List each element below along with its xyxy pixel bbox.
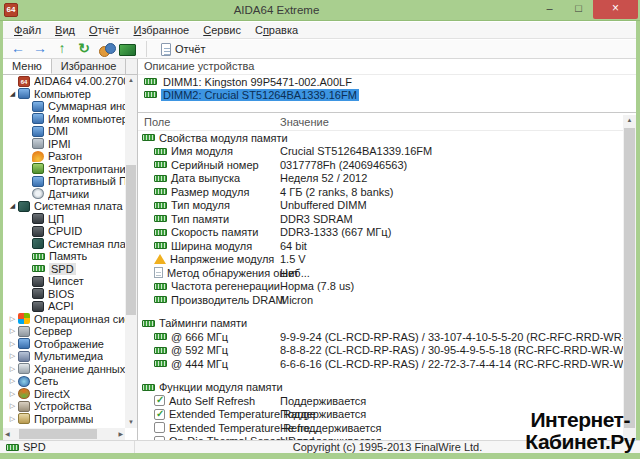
tree-item[interactable]: BIOS xyxy=(3,288,125,301)
tree-item[interactable]: Разгон xyxy=(3,150,125,163)
refresh-icon[interactable]: ↻ xyxy=(75,41,93,57)
tree-item[interactable]: AIDA64 v4.00.2700 xyxy=(3,75,125,88)
tree-item[interactable]: Датчики xyxy=(3,188,125,201)
report-button[interactable]: Отчёт xyxy=(155,42,211,57)
table-section-row[interactable]: Функции модуля памяти xyxy=(138,381,623,395)
tree-vertical-scrollbar[interactable]: ▲ ▼ xyxy=(125,75,137,428)
table-row[interactable]: Имя модуляCrucial ST51264BA1339.16FM xyxy=(138,145,623,159)
menu-item[interactable]: Сервис xyxy=(196,22,248,38)
tree-item[interactable]: DMI xyxy=(3,125,125,138)
server-icon xyxy=(18,326,30,337)
device-row[interactable]: DIMM1: Kingston 99P5471-002.A00LF xyxy=(138,75,636,88)
forward-icon[interactable]: → xyxy=(31,41,49,57)
field-value: Нет xyxy=(280,267,299,279)
tree-item[interactable]: Суммарная инфор xyxy=(3,100,125,113)
table-section-row[interactable]: Тайминги памяти xyxy=(138,317,623,331)
table-row[interactable]: @ 592 МГц8-8-8-22 (CL-RCD-RP-RAS) / 30-9… xyxy=(138,344,623,358)
expander-closed-icon[interactable] xyxy=(7,315,18,323)
field-value: 9-9-9-24 (CL-RCD-RP-RAS) / 33-107-4-10-5… xyxy=(280,331,623,343)
tree-item[interactable]: Устройства xyxy=(3,400,125,413)
tab-favorites[interactable]: Избранное xyxy=(52,59,127,74)
tree-item-label: AIDA64 v4.00.2700 xyxy=(34,75,125,87)
maximize-button[interactable]: □ xyxy=(564,0,593,19)
scroll-left-icon[interactable]: ◀ xyxy=(5,428,10,440)
table-row[interactable]: Auto Self RefreshПоддерживается xyxy=(138,394,623,408)
tree-item[interactable]: Память xyxy=(3,250,125,263)
tree-horizontal-scrollbar[interactable]: ◀ ▶ xyxy=(3,428,125,440)
tree-item[interactable]: Хранение данных xyxy=(3,363,125,376)
table-row[interactable]: @ 666 МГц9-9-9-24 (CL-RCD-RP-RAS) / 33-1… xyxy=(138,330,623,344)
tree-item[interactable]: Электропитание xyxy=(3,163,125,176)
expander-closed-icon[interactable] xyxy=(7,390,18,398)
tree-item[interactable]: Сеть xyxy=(3,375,125,388)
tab-menu[interactable]: Меню xyxy=(3,59,52,74)
table-row[interactable]: Тип модуляUnbuffered DIMM xyxy=(138,199,623,213)
screen-icon[interactable] xyxy=(119,44,136,56)
table-row[interactable]: Частота регенерацииНорма (7.8 us) xyxy=(138,280,623,294)
expander-closed-icon[interactable] xyxy=(7,377,18,385)
scroll-up-icon[interactable]: ▲ xyxy=(125,75,137,86)
tree-scroll-thumb[interactable] xyxy=(126,165,136,315)
tree-item[interactable]: Мультимедиа xyxy=(3,350,125,363)
scroll-up-icon[interactable]: ▲ xyxy=(623,115,636,126)
main-vertical-scrollbar[interactable]: ▲ xyxy=(623,115,636,443)
tree-item[interactable]: Чипсет xyxy=(3,275,125,288)
spd-table: Поле Значение Свойства модуля памятиИмя … xyxy=(138,115,623,443)
ram-icon xyxy=(154,283,167,290)
tree-item[interactable]: Системная плата xyxy=(3,238,125,251)
tree-item[interactable]: CPUID xyxy=(3,225,125,238)
table-row[interactable]: Дата выпускаНеделя 52 / 2012 xyxy=(138,172,623,186)
scroll-right-icon[interactable]: ▶ xyxy=(118,428,123,440)
tree-item[interactable]: Операционная систем xyxy=(3,313,125,326)
table-row[interactable]: Размер модуля4 ГБ (2 ranks, 8 banks) xyxy=(138,185,623,199)
table-row[interactable]: Тип памятиDDR3 SDRAM xyxy=(138,212,623,226)
back-icon[interactable]: ← xyxy=(9,41,27,57)
table-row[interactable]: Метод обнаружения ошиб...Нет xyxy=(138,266,623,280)
table-row[interactable]: Напряжение модуля1.5 V xyxy=(138,253,623,267)
device-row[interactable]: DIMM2: Crucial ST51264BA1339.16FM xyxy=(138,88,636,101)
tree-item[interactable]: SPD xyxy=(3,263,125,276)
expander-closed-icon[interactable] xyxy=(7,402,18,410)
tree-item[interactable]: ACPI xyxy=(3,300,125,313)
scroll-down-icon[interactable]: ▼ xyxy=(125,417,137,428)
tree-item[interactable]: Системная плата xyxy=(3,200,125,213)
tree-item[interactable]: Портативный ПК xyxy=(3,175,125,188)
menu-item[interactable]: Вид xyxy=(48,22,82,38)
menu-item[interactable]: Избранное xyxy=(126,22,196,38)
tree-item[interactable]: Имя компьютера xyxy=(3,113,125,126)
close-button[interactable]: × xyxy=(593,0,638,19)
users-icon[interactable] xyxy=(97,41,115,57)
expander-open-icon[interactable] xyxy=(7,90,18,98)
expander-open-icon[interactable] xyxy=(7,202,18,210)
menu-item[interactable]: Справка xyxy=(248,22,305,38)
table-row[interactable]: @ 444 МГц6-6-6-16 (CL-RCD-RP-RAS) / 22-7… xyxy=(138,357,623,371)
expander-closed-icon[interactable] xyxy=(7,327,18,335)
menu-item[interactable]: Файл xyxy=(7,22,48,38)
table-row[interactable]: Ширина модуля64 bit xyxy=(138,239,623,253)
table-section-row[interactable]: Свойства модуля памяти xyxy=(138,131,623,145)
table-row[interactable]: Скорость памятиDDR3-1333 (667 МГц) xyxy=(138,226,623,240)
expander-closed-icon[interactable] xyxy=(7,340,18,348)
main-scroll-thumb[interactable] xyxy=(624,128,635,428)
tree-item[interactable]: Компьютер xyxy=(3,88,125,101)
tree-hscroll-thumb[interactable] xyxy=(19,429,97,439)
watermark: Интернет- Кабинет.Ру xyxy=(525,409,635,453)
expander-closed-icon[interactable] xyxy=(7,365,18,373)
field-label: Функции модуля памяти xyxy=(159,381,283,393)
tree-item[interactable]: ЦП xyxy=(3,213,125,226)
up-icon[interactable]: ↑ xyxy=(53,41,71,57)
minimize-button[interactable]: – xyxy=(535,0,564,19)
tree-item[interactable]: DirectX xyxy=(3,388,125,401)
menu-item[interactable]: Отчёт xyxy=(82,22,127,38)
tree-item[interactable]: Отображение xyxy=(3,338,125,351)
expander-closed-icon[interactable] xyxy=(7,352,18,360)
ram-icon xyxy=(144,91,157,98)
expander-closed-icon[interactable] xyxy=(7,415,18,423)
table-row[interactable]: Производитель DRAMMicron xyxy=(138,293,623,307)
field-label: Тип памяти xyxy=(171,213,229,225)
tree-item[interactable]: IPMI xyxy=(3,138,125,151)
tree-item[interactable]: Программы xyxy=(3,413,125,426)
table-row[interactable]: Серийный номер0317778Fh (2406946563) xyxy=(138,158,623,172)
tree-item[interactable]: Сервер xyxy=(3,325,125,338)
field-label: Производитель DRAM xyxy=(171,294,285,306)
